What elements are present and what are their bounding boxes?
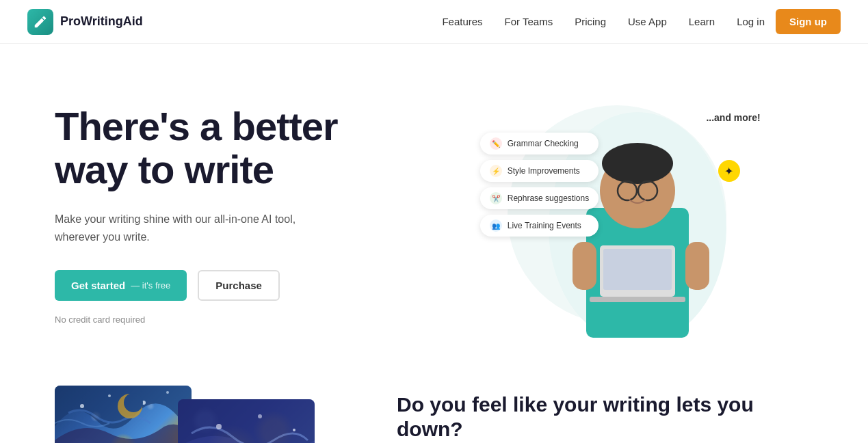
- no-credit-text: No credit card required: [55, 314, 434, 325]
- svg-point-3: [602, 143, 673, 184]
- svg-rect-8: [603, 249, 672, 290]
- nav-use-app[interactable]: Use App: [628, 16, 667, 27]
- rephrase-icon: ✂️: [490, 192, 502, 204]
- logo-svg: [33, 14, 48, 29]
- hero-subtitle: Make your writing shine with our all-in-…: [55, 211, 328, 245]
- login-button[interactable]: Log in: [737, 16, 765, 27]
- starry-night-container: My idea in my head: [55, 386, 315, 443]
- section-two-right: Do you feel like your writing lets you d…: [397, 386, 813, 443]
- svg-point-21: [293, 429, 295, 431]
- second-svg: [178, 399, 315, 443]
- svg-rect-10: [573, 242, 596, 290]
- starry-svg: [55, 386, 192, 443]
- pill-grammar: ✏️ Grammar Checking: [480, 133, 599, 155]
- hero-buttons: Get started — it's free Purchase: [55, 270, 434, 301]
- pill-style: ⚡ Style Improvements: [480, 160, 599, 182]
- section-two-title: Do you feel like your writing lets you d…: [397, 392, 813, 442]
- pill-rephrase: ✂️ Rephrase suggestions: [480, 187, 599, 209]
- nav-learn[interactable]: Learn: [689, 16, 715, 27]
- svg-point-20: [258, 414, 262, 418]
- section-two-left: My idea in my head: [55, 386, 342, 443]
- navbar: ProWritingAid Features For Teams Pricing…: [0, 0, 868, 44]
- svg-rect-11: [685, 242, 709, 290]
- sparkle-icon: ✦: [718, 160, 740, 182]
- svg-point-13: [108, 394, 111, 397]
- feature-pills: ✏️ Grammar Checking ⚡ Style Improvements…: [480, 133, 599, 237]
- training-icon: 👥: [490, 219, 502, 232]
- logo-icon: [27, 9, 53, 35]
- style-icon: ⚡: [490, 165, 502, 177]
- pill-training: 👥 Live Training Events: [480, 215, 599, 237]
- nav-features[interactable]: Features: [442, 16, 482, 27]
- get-started-button[interactable]: Get started — it's free: [55, 270, 187, 301]
- logo-link[interactable]: ProWritingAid: [27, 9, 143, 35]
- nav-pricing[interactable]: Pricing: [575, 16, 606, 27]
- hero-left: There's a better way to write Make your …: [55, 105, 434, 325]
- logo-text: ProWritingAid: [60, 14, 143, 29]
- purchase-button[interactable]: Purchase: [198, 270, 280, 301]
- svg-point-17: [124, 393, 143, 412]
- nav-actions: Log in Sign up: [737, 9, 841, 34]
- svg-rect-9: [590, 297, 685, 302]
- section-two: My idea in my head Do you feel like your…: [0, 372, 868, 443]
- hero-illustration: ✏️ Grammar Checking ⚡ Style Improvements…: [480, 92, 767, 338]
- and-more-label: ...and more!: [706, 112, 760, 123]
- svg-point-12: [80, 404, 84, 408]
- nav-for-teams[interactable]: For Teams: [505, 16, 553, 27]
- signup-button[interactable]: Sign up: [776, 9, 841, 34]
- svg-point-15: [166, 391, 169, 394]
- hero-right: ✏️ Grammar Checking ⚡ Style Improvements…: [434, 85, 814, 345]
- nav-links: Features For Teams Pricing Use App Learn: [442, 16, 715, 28]
- starry-image-1: [55, 386, 192, 443]
- hero-section: There's a better way to write Make your …: [0, 44, 868, 372]
- hero-title: There's a better way to write: [55, 105, 434, 192]
- starry-image-2: [178, 399, 315, 443]
- grammar-icon: ✏️: [490, 137, 502, 150]
- svg-point-19: [216, 424, 222, 429]
